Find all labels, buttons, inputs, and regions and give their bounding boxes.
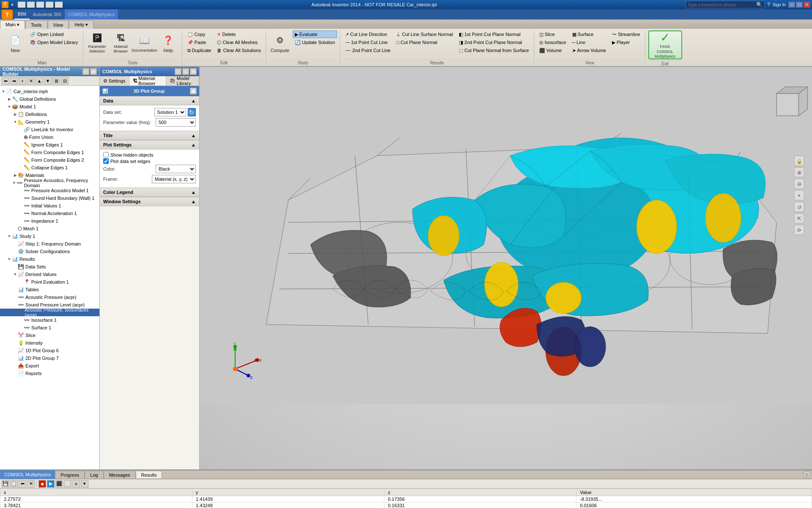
tree-item-intensity[interactable]: 💡Intensity: [0, 339, 99, 347]
viewport[interactable]: x y z 🔒 ⊕ ⊖: [200, 67, 812, 469]
color-select[interactable]: Black White Gray Red Blue: [156, 165, 196, 173]
tree-item-soundHardBoundary[interactable]: 〰️Sound Hard Boundary (Wall) 1: [0, 194, 99, 202]
results-toolbar-btn10[interactable]: ▾: [81, 480, 88, 488]
table-row[interactable]: 2.275721.414390.17356-8.31935...: [0, 496, 812, 502]
tab-bim[interactable]: BIM: [14, 9, 30, 19]
tree-item-geom1[interactable]: ▼📐Geometry 1: [0, 118, 99, 126]
tree-expand-btn[interactable]: ▼: [7, 105, 12, 109]
open-linked-button[interactable]: 🔗 Open Linked: [28, 30, 80, 38]
search-input[interactable]: [688, 3, 755, 7]
tree-item-globalDef[interactable]: ▶🔧Global Definitions: [0, 95, 99, 103]
show-hidden-checkbox[interactable]: [103, 152, 109, 157]
window-settings-header[interactable]: Window Settings ▲: [100, 197, 199, 206]
arrow-volume-button[interactable]: ➤ Arrow Volume: [570, 47, 608, 54]
tree-item-solverConfigs[interactable]: ⚙️Solver Configurations: [0, 248, 99, 255]
2pt-cut-plane-normal-button[interactable]: ◨ 2nd Point Cut Plane Normal: [457, 39, 531, 46]
results-toolbar-btn8[interactable]: ⬜: [64, 480, 71, 488]
plot-settings-header[interactable]: Plot Settings ▲: [100, 140, 199, 149]
tree-item-results[interactable]: ▼📊Results: [0, 255, 99, 263]
cut-line-surface-normal-button[interactable]: ⊥ Cut Line Surface Normal: [394, 30, 455, 38]
comsol-maximize-btn[interactable]: □: [182, 68, 189, 75]
ribbon-tab-help[interactable]: Help ▾: [69, 20, 93, 29]
minimize-btn[interactable]: ─: [788, 2, 795, 8]
tree-item-normalAccel1[interactable]: 〰️Normal Acceleration 1: [0, 210, 99, 217]
model-library-tab[interactable]: 📚 Model Library: [166, 76, 199, 86]
plot-group-expand-btn[interactable]: ⊞: [190, 88, 197, 94]
results-toolbar-btn4[interactable]: ✕: [27, 480, 35, 488]
tree-expand-btn[interactable]: ▶: [13, 112, 18, 116]
parameter-selection-button[interactable]: 🅿 Parameter Selection: [86, 30, 108, 56]
player-button[interactable]: ▶ Player: [610, 39, 642, 46]
comsol-collapse-btn[interactable]: ─: [175, 68, 181, 75]
ribbon-tab-tools[interactable]: Tools: [25, 20, 47, 29]
tree-item-formCompEdge2[interactable]: ✏️Form Composite Edges 2: [0, 156, 99, 164]
frame-select[interactable]: Material (x, y, z) Spatial (x, y, z): [152, 175, 196, 183]
tree-item-slice[interactable]: ✂️Slice: [0, 331, 99, 339]
log-tab[interactable]: Log: [85, 471, 103, 478]
tree-expand-btn[interactable]: ▼: [7, 257, 12, 261]
tree-delete-btn[interactable]: ✕: [27, 77, 35, 85]
isosurface-button[interactable]: ◎ Isosurface: [537, 39, 568, 46]
tree-item-formUnion[interactable]: ⊕Form Union: [0, 133, 99, 141]
tree-item-livelinkInv[interactable]: 🔗LiveLink for Inventor: [0, 126, 99, 133]
documentation-button[interactable]: 📖 Documentation: [134, 30, 156, 56]
material-browser-button[interactable]: 🏗 Material Browser: [110, 30, 132, 56]
material-browser-tab[interactable]: 🏗 Material Browser: [129, 76, 166, 86]
tab-comsol[interactable]: COMSOL Multiphysics: [65, 9, 118, 19]
results-toolbar-btn1[interactable]: 💾: [2, 480, 9, 488]
copy-button[interactable]: 📋 Copy: [185, 30, 214, 38]
tree-toolbar-btn1[interactable]: ⬅: [2, 77, 9, 85]
results-toolbar-btn3[interactable]: ⬅: [19, 480, 26, 488]
tree-item-1dPlotGroup6[interactable]: 📈1D Plot Group 6: [0, 347, 99, 354]
streamline-button[interactable]: 〜 Streamline: [610, 30, 642, 38]
bottom-panel-maximize-btn[interactable]: □: [804, 471, 810, 478]
tree-item-definitions[interactable]: ▶📋Definitions: [0, 110, 99, 118]
line-button[interactable]: ─ Line: [570, 39, 608, 46]
tree-item-pointEval1[interactable]: 📍Point Evaluation 1: [0, 278, 99, 286]
help-button[interactable]: ❓ Help: [157, 30, 179, 56]
clear-all-meshes-button[interactable]: ⬡ Clear All Meshes: [215, 39, 263, 46]
tree-item-reports[interactable]: 📄Reports: [0, 370, 99, 377]
table-row[interactable]: 3.784211.432480.163310.01606: [0, 502, 812, 508]
progress-tab[interactable]: Progress: [55, 471, 85, 478]
first-point-cut-line-button[interactable]: ·─ 1st Point Cut Line: [343, 39, 392, 46]
duplicate-button[interactable]: ⧉ Duplicate: [185, 47, 214, 54]
tree-item-surface1[interactable]: 〰️Surface 1: [0, 324, 99, 331]
tree-item-impedance1[interactable]: 〰️Impedance 1: [0, 217, 99, 225]
tree-collapse-btn[interactable]: ⊟: [61, 77, 69, 85]
tree-item-formCompEdge1[interactable]: ✏️Form Composite Edges 1: [0, 149, 99, 156]
tree-toolbar-btn2[interactable]: ➡: [10, 77, 18, 85]
slice-button[interactable]: ◫ Slice: [537, 30, 568, 38]
dataset-select[interactable]: Solution 1 Solution 2: [154, 108, 186, 116]
tree-item-acousticPressureIsosurfaces[interactable]: 〰️Acoustic Pressure, Isosurfaces (acpr): [0, 309, 99, 316]
plot-edges-checkbox[interactable]: [103, 158, 109, 164]
tree-item-model1[interactable]: ▼📦Model 1: [0, 103, 99, 110]
comsol-close-btn[interactable]: ✕: [190, 68, 197, 75]
results-toolbar-btn5[interactable]: ■: [38, 480, 46, 488]
tree-item-pressureAcoustics[interactable]: ▼〰️Pressure Acoustics, Frequency Domain: [0, 179, 99, 187]
update-solution-button[interactable]: 🔄 Update Solution: [293, 39, 337, 46]
comsol-bottom-label[interactable]: COMSOL Multiphysics: [0, 470, 55, 479]
tab-autodesk360[interactable]: Autodesk 360: [30, 9, 65, 19]
tree-item-mesh1[interactable]: ⬡Mesh 1: [0, 225, 99, 232]
paste-button[interactable]: 📌 Paste: [185, 39, 214, 46]
sign-in-link[interactable]: Sign In: [773, 3, 786, 7]
tree-item-export[interactable]: 📤Export: [0, 362, 99, 370]
1pt-cut-plane-normal-button[interactable]: ◧ 1st Point Cut Plane Normal: [457, 30, 531, 38]
cut-plane-normal-surface-button[interactable]: ⬚ Cut Plane Normal from Surface: [457, 47, 531, 54]
tree-expand-btn[interactable]: ⊞: [52, 77, 60, 85]
tree-item-pressureAcousticsModel1[interactable]: 〰️Pressure Acoustics Model 1: [0, 187, 99, 194]
param-value-select[interactable]: 500: [156, 118, 196, 127]
dataset-refresh-btn[interactable]: ↻: [188, 108, 196, 116]
tree-item-acousticPressure[interactable]: 〰️Acoustic Pressure (acpr): [0, 293, 99, 301]
color-legend-header[interactable]: Color Legend ▲: [100, 188, 199, 197]
results-toolbar-btn7[interactable]: ⬛: [55, 480, 63, 488]
title-section-header[interactable]: Title ▲: [100, 131, 199, 140]
tree-item-tables[interactable]: 📊Tables: [0, 286, 99, 293]
tree-item-ignoreEdges1[interactable]: ✏️Ignore Edges 1: [0, 141, 99, 149]
settings-tab[interactable]: ⚙ Settings: [100, 76, 129, 86]
results-toolbar-btn2[interactable]: 📋: [10, 480, 18, 488]
tree-item-derivedValues[interactable]: ▼📈Derived Values: [0, 271, 99, 278]
second-point-cut-line-button[interactable]: ·─· 2nd Point Cut Line: [343, 47, 392, 54]
model-builder-close-btn[interactable]: ✕: [90, 68, 97, 75]
